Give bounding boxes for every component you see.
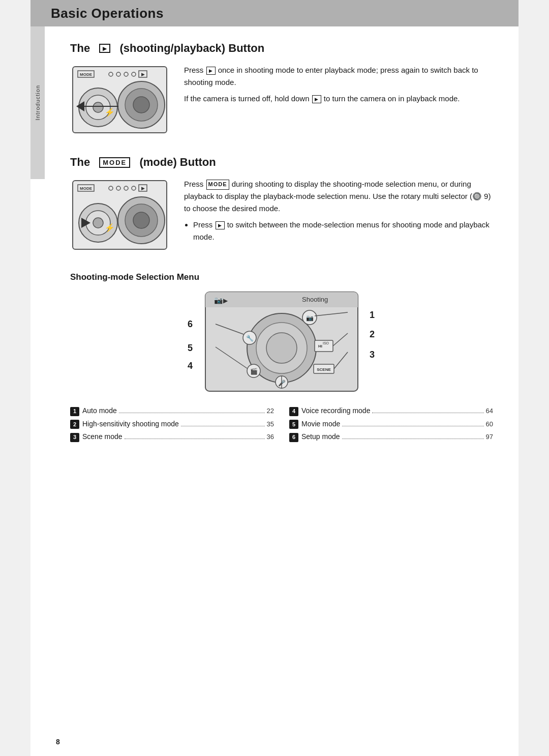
mode-label-6: Setup mode [301, 432, 340, 442]
section2-body: MODE ▶ ⚡ [70, 178, 493, 254]
svg-text:MODE: MODE [80, 72, 93, 77]
mode-page-2: 35 [267, 420, 274, 429]
svg-text:Hi: Hi [318, 344, 322, 348]
svg-text:📷: 📷 [214, 296, 223, 305]
mode-page-5: 60 [486, 420, 493, 429]
svg-point-43 [266, 333, 297, 363]
mode-num-3: 3 [70, 433, 79, 442]
num-label-6: 6 [188, 319, 193, 330]
section3-subtitle: Shooting-mode Selection Menu [70, 272, 493, 282]
playback-icon: ▶ [99, 44, 110, 53]
num-label-3: 3 [370, 350, 375, 360]
svg-text:⚡: ⚡ [105, 107, 115, 117]
svg-text:🎬: 🎬 [250, 367, 258, 375]
svg-text:▶: ▶ [141, 186, 145, 191]
mode-desc-3: Scene mode 36 [82, 432, 274, 442]
mode-list-item-3: 3 Scene mode 36 [70, 432, 274, 442]
camera-diagram-1: MODE ▶ ⚡ [70, 64, 169, 135]
svg-text:🔧: 🔧 [246, 334, 254, 342]
mode-dots-3 [125, 439, 265, 439]
mode-desc-2: High-sensitivity shooting mode 35 [82, 419, 274, 429]
page-number: 8 [56, 738, 60, 746]
mode-label-2: High-sensitivity shooting mode [82, 419, 179, 429]
svg-text:▶: ▶ [141, 72, 145, 77]
section2-para1: Press MODE during shooting to display th… [184, 178, 493, 215]
sidebar-text: Introduction [35, 85, 41, 120]
section1-image: MODE ▶ ⚡ [70, 64, 172, 137]
mode-label-3: Scene mode [82, 432, 123, 442]
mode-list-item-1: 1 Auto mode 22 [70, 406, 274, 416]
svg-text:MODE: MODE [80, 186, 93, 191]
svg-text:Shooting: Shooting [302, 296, 328, 303]
mode-icon-text-1: MODE [206, 180, 229, 190]
shooting-mode-svg: 📷 ▶ Shooting 📷 [203, 289, 360, 394]
play-icon-inline-3: ▶ [216, 221, 225, 229]
svg-text:ISO: ISO [323, 341, 329, 345]
section1-para1: Press ▶ once in shooting mode to enter p… [184, 64, 493, 89]
svg-text:SCENE: SCENE [317, 367, 331, 372]
section2-title: The MODE (mode) Button [70, 156, 493, 169]
svg-point-11 [93, 102, 103, 112]
shooting-diagram-wrapper: 6 5 4 1 2 3 📷 [203, 289, 360, 396]
mode-page-3: 36 [267, 432, 274, 442]
section2-text: Press MODE during shooting to display th… [184, 178, 493, 245]
mode-list-item-5: 5 Movie mode 60 [289, 419, 493, 429]
num-label-4: 4 [188, 361, 193, 371]
section1-title-suffix: (shooting/playback) Button [119, 42, 264, 55]
svg-rect-37 [205, 302, 358, 307]
mode-page-4: 64 [486, 406, 493, 416]
svg-point-33 [133, 212, 149, 228]
mode-label-4: Voice recording mode [301, 406, 370, 416]
mode-dots-4 [372, 413, 483, 413]
section2-image: MODE ▶ ⚡ [70, 178, 172, 254]
mode-label-5: Movie mode [301, 419, 340, 429]
section1-para2: If the camera is turned off, hold down ▶… [184, 93, 493, 105]
mode-list-item-2: 2 High-sensitivity shooting mode 35 [70, 419, 274, 429]
mode-desc-6: Setup mode 97 [301, 432, 493, 442]
mode-dots-6 [342, 439, 484, 439]
camera-diagram-2: MODE ▶ ⚡ [70, 178, 169, 252]
mode-num-6: 6 [289, 433, 298, 442]
mode-page-6: 97 [486, 432, 493, 442]
header-bar: Basic Operations [30, 0, 518, 26]
svg-text:▶: ▶ [223, 297, 228, 304]
section3: Shooting-mode Selection Menu 6 5 4 1 2 3 [70, 272, 493, 442]
section2-title-prefix: The [70, 156, 90, 169]
section1-text: Press ▶ once in shooting mode to enter p… [184, 64, 493, 109]
svg-text:⚡: ⚡ [105, 223, 115, 232]
play-icon-inline-2: ▶ [312, 95, 321, 103]
mode-list-item-4: 4 Voice recording mode 64 [289, 406, 493, 416]
mode-desc-4: Voice recording mode 64 [301, 406, 493, 416]
svg-point-29 [93, 218, 103, 228]
section2-bullets: Press ▶ to switch between the mode-selec… [193, 219, 493, 243]
mode-page-1: 22 [267, 406, 274, 416]
mode-list-item-6: 6 Setup mode 97 [289, 432, 493, 442]
mode-dots-2 [181, 426, 265, 426]
section1-title-prefix: The [70, 42, 90, 55]
mode-dots-5 [342, 426, 483, 426]
mode-num-5: 5 [289, 420, 298, 429]
shooting-diagram-container: 6 5 4 1 2 3 📷 [70, 289, 493, 396]
svg-text:📷: 📷 [306, 314, 314, 322]
num-label-5: 5 [188, 343, 193, 354]
page-title: Basic Operations [51, 6, 164, 21]
section2-bullet1: Press ▶ to switch between the mode-selec… [193, 219, 493, 243]
num-label-1: 1 [370, 310, 375, 321]
main-content: The ▶ (shooting/playback) Button MODE [45, 26, 518, 457]
section1-body: MODE ▶ ⚡ [70, 64, 493, 137]
section2-title-suffix: (mode) Button [139, 156, 216, 169]
page: Basic Operations Introduction The ▶ (sho… [30, 0, 518, 756]
mode-num-2: 2 [70, 420, 79, 429]
mode-num-1: 1 [70, 407, 79, 416]
mode-num-4: 4 [289, 407, 298, 416]
mode-icon-inline: MODE [99, 157, 130, 168]
mode-desc-5: Movie mode 60 [301, 419, 493, 429]
mode-dots-1 [119, 413, 265, 413]
mode-label-1: Auto mode [82, 406, 117, 416]
play-icon-inline-1: ▶ [206, 67, 216, 75]
mode-desc-1: Auto mode 22 [82, 406, 274, 416]
section1-title: The ▶ (shooting/playback) Button [70, 42, 493, 55]
mode-list: 1 Auto mode 22 4 Voice recording mode 64 [70, 406, 493, 442]
num-label-2: 2 [370, 329, 375, 340]
svg-point-15 [133, 97, 149, 113]
